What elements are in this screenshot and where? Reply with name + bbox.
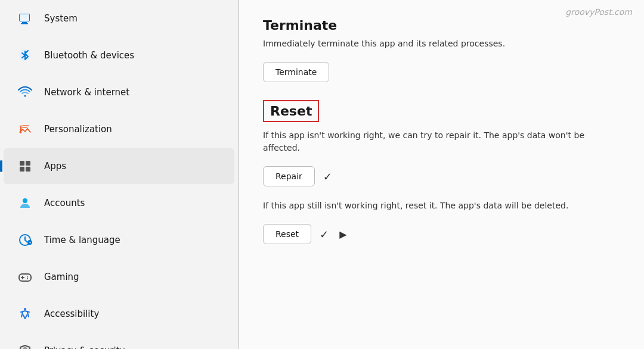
sidebar-item-apps-label: Apps bbox=[44, 161, 66, 172]
privacy-icon bbox=[16, 341, 35, 349]
repair-checkmark: ✓ bbox=[323, 170, 332, 183]
svg-rect-2 bbox=[21, 23, 28, 24]
svg-point-12 bbox=[23, 198, 27, 203]
repair-desc: If this app isn't working right, we can … bbox=[263, 129, 620, 154]
main-content: groovyPost.com Terminate Immediately ter… bbox=[239, 0, 644, 349]
sidebar: System Bluetooth & devices Network & int… bbox=[0, 0, 239, 349]
sidebar-item-bluetooth[interactable]: Bluetooth & devices bbox=[4, 38, 234, 73]
sidebar-item-time[interactable]: + Time & language bbox=[4, 222, 234, 258]
sidebar-item-apps[interactable]: Apps bbox=[4, 148, 234, 184]
sidebar-item-network-label: Network & internet bbox=[44, 87, 129, 98]
svg-point-20 bbox=[27, 278, 28, 279]
repair-row: Repair ✓ bbox=[263, 166, 620, 186]
sidebar-item-accessibility-label: Accessibility bbox=[44, 309, 99, 319]
reset-row: Reset ✓ ▶︎ bbox=[263, 224, 620, 244]
sidebar-item-accounts[interactable]: Accounts bbox=[4, 185, 234, 221]
svg-point-19 bbox=[27, 276, 28, 278]
svg-rect-11 bbox=[26, 167, 30, 172]
time-icon: + bbox=[16, 230, 35, 250]
terminate-desc: Immediately terminate this app and its r… bbox=[263, 38, 620, 50]
network-icon bbox=[16, 83, 35, 102]
sidebar-item-privacy-label: Privacy & security bbox=[44, 345, 125, 349]
reset-desc: If this app still isn't working right, r… bbox=[263, 200, 620, 212]
svg-text:+: + bbox=[29, 241, 32, 244]
sidebar-item-gaming-label: Gaming bbox=[44, 272, 79, 282]
accounts-icon bbox=[16, 194, 35, 213]
svg-rect-10 bbox=[20, 167, 24, 172]
sidebar-item-system-label: System bbox=[44, 13, 78, 24]
accessibility-icon bbox=[16, 304, 35, 323]
reset-title-box: Reset bbox=[263, 100, 319, 122]
sidebar-item-bluetooth-label: Bluetooth & devices bbox=[44, 50, 134, 61]
svg-rect-9 bbox=[26, 161, 30, 166]
system-icon bbox=[16, 9, 35, 28]
watermark: groovyPost.com bbox=[565, 7, 632, 17]
cursor-icon: ▶︎ bbox=[339, 229, 346, 240]
sidebar-item-privacy[interactable]: Privacy & security bbox=[4, 333, 234, 349]
reset-checkmark: ✓ bbox=[320, 228, 329, 241]
svg-rect-7 bbox=[20, 125, 22, 127]
sidebar-item-personalization-label: Personalization bbox=[44, 124, 112, 135]
gaming-icon bbox=[16, 267, 35, 286]
reset-button[interactable]: Reset bbox=[263, 224, 311, 244]
sidebar-item-system[interactable]: System bbox=[4, 1, 234, 36]
reset-title: Reset bbox=[270, 104, 312, 119]
svg-point-21 bbox=[24, 308, 26, 310]
apps-icon bbox=[16, 157, 35, 176]
reset-section: Reset If this app isn't working right, w… bbox=[263, 100, 620, 244]
sidebar-item-accessibility[interactable]: Accessibility bbox=[4, 296, 234, 332]
svg-point-5 bbox=[24, 95, 26, 97]
terminate-section: Terminate Immediately terminate this app… bbox=[263, 18, 620, 100]
sidebar-item-gaming[interactable]: Gaming bbox=[4, 259, 234, 295]
terminate-button[interactable]: Terminate bbox=[263, 62, 329, 82]
sidebar-item-personalization[interactable]: Personalization bbox=[4, 111, 234, 147]
svg-rect-1 bbox=[22, 22, 27, 23]
terminate-title: Terminate bbox=[263, 18, 620, 33]
sidebar-item-time-label: Time & language bbox=[44, 235, 120, 245]
sidebar-item-network[interactable]: Network & internet bbox=[4, 74, 234, 110]
svg-rect-8 bbox=[20, 161, 24, 166]
personalization-icon bbox=[16, 120, 35, 139]
svg-rect-3 bbox=[20, 14, 29, 21]
sidebar-item-accounts-label: Accounts bbox=[44, 198, 85, 208]
repair-button[interactable]: Repair bbox=[263, 166, 315, 186]
bluetooth-icon bbox=[16, 46, 35, 65]
